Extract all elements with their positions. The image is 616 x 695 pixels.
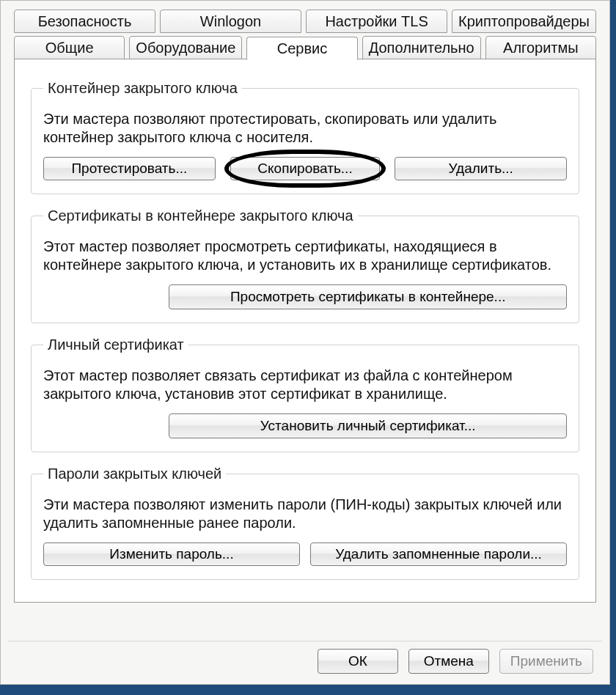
tab-page-service: Контейнер закрытого ключа Эти мастера по… xyxy=(14,59,596,603)
group-personal-cert-legend: Личный сертификат xyxy=(43,337,188,353)
copy-container-button[interactable]: Скопировать... xyxy=(230,157,381,180)
group-container-certs-legend: Сертификаты в контейнере закрытого ключа xyxy=(43,207,358,224)
tab-security[interactable]: Безопасность xyxy=(14,10,155,33)
copy-container-highlight: Скопировать... xyxy=(230,157,381,180)
delete-saved-passwords-button[interactable]: Удалить запомненные пароли... xyxy=(310,543,567,566)
tab-service[interactable]: Сервис xyxy=(246,37,357,60)
view-container-certs-button[interactable]: Просмотреть сертификаты в контейнере... xyxy=(169,284,567,309)
tab-tls-settings[interactable]: Настройки TLS xyxy=(306,10,447,33)
dialog-window: Безопасность Winlogon Настройки TLS Крип… xyxy=(0,0,610,685)
group-key-container-desc: Эти мастера позволяют протестировать, ск… xyxy=(43,110,567,147)
group-key-container-legend: Контейнер закрытого ключа xyxy=(43,80,242,97)
key-passwords-buttons: Изменить пароль... Удалить запомненные п… xyxy=(43,543,567,566)
group-personal-cert: Личный сертификат Этот мастер позволяет … xyxy=(31,337,579,452)
tab-row-2: Общие Оборудование Сервис Дополнительно … xyxy=(14,36,596,59)
group-container-certs-desc: Этот мастер позволяет просмотреть сертиф… xyxy=(43,238,567,274)
apply-button[interactable]: Применить xyxy=(499,649,593,674)
ok-button[interactable]: ОК xyxy=(318,649,398,674)
change-password-button[interactable]: Изменить пароль... xyxy=(43,543,300,566)
key-container-buttons: Протестировать... Скопировать... Удалить… xyxy=(43,157,567,180)
install-personal-cert-button[interactable]: Установить личный сертификат... xyxy=(169,413,567,438)
test-container-button[interactable]: Протестировать... xyxy=(43,157,216,180)
tab-crypto-providers[interactable]: Криптопровайдеры xyxy=(452,10,596,33)
tab-winlogon[interactable]: Winlogon xyxy=(160,10,301,33)
tab-row-1: Безопасность Winlogon Настройки TLS Крип… xyxy=(14,10,596,33)
group-personal-cert-desc: Этот мастер позволяет связать сертификат… xyxy=(43,367,567,403)
delete-container-button[interactable]: Удалить... xyxy=(395,157,567,180)
group-container-certs: Сертификаты в контейнере закрытого ключа… xyxy=(31,207,579,323)
tab-area: Безопасность Winlogon Настройки TLS Крип… xyxy=(14,10,596,603)
group-key-container: Контейнер закрытого ключа Эти мастера по… xyxy=(31,80,579,194)
dialog-footer: ОК Отмена Применить xyxy=(318,649,593,674)
tab-advanced[interactable]: Дополнительно xyxy=(362,36,481,59)
group-key-passwords-legend: Пароли закрытых ключей xyxy=(43,466,226,482)
tab-algorithms[interactable]: Алгоритмы xyxy=(485,36,596,59)
tab-hardware[interactable]: Оборудование xyxy=(129,36,242,59)
footer-separator xyxy=(8,641,602,641)
group-key-passwords: Пароли закрытых ключей Эти мастера позво… xyxy=(31,466,579,580)
tab-general[interactable]: Общие xyxy=(14,36,125,59)
group-key-passwords-desc: Эти мастера позволяют изменить пароли (П… xyxy=(43,496,567,532)
cancel-button[interactable]: Отмена xyxy=(408,649,489,674)
